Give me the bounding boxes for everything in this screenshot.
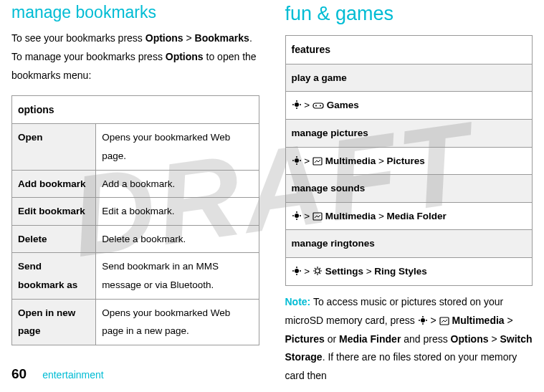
note-or: or xyxy=(325,333,339,345)
options-label: Options xyxy=(451,333,489,345)
feature-subhead: manage sounds xyxy=(285,175,533,203)
center-key-icon xyxy=(292,266,302,276)
svg-point-2 xyxy=(315,105,317,107)
pictures-label: Pictures xyxy=(387,156,425,166)
bookmarks-label: Bookmarks xyxy=(195,32,249,44)
option-desc: Opens your bookmarked Web page in a new … xyxy=(96,299,259,345)
table-row: > Settings > Ring Styles xyxy=(285,258,533,286)
note-gt: > xyxy=(428,315,439,326)
table-row: > Games xyxy=(285,92,533,120)
option-name: Add bookmark xyxy=(12,170,96,198)
option-name: Send bookmark as xyxy=(12,253,96,299)
option-desc: Send bookmark in an MMS message or via B… xyxy=(96,253,259,299)
intro-gt: > xyxy=(183,32,195,44)
feature-path: > Settings > Ring Styles xyxy=(285,258,533,286)
svg-point-10 xyxy=(421,318,425,322)
options-label: Options xyxy=(166,51,204,62)
games-icon xyxy=(312,101,324,110)
right-column: fun & games features play a game > Games… xyxy=(285,3,533,392)
pictures-label: Pictures xyxy=(285,333,325,345)
multimedia-icon xyxy=(312,157,323,166)
svg-point-6 xyxy=(295,214,299,218)
option-name: Open in new page xyxy=(12,299,96,345)
option-name: Open xyxy=(12,124,96,170)
center-key-icon xyxy=(292,156,302,166)
table-row: Open Opens your bookmarked Web page. xyxy=(12,124,259,170)
options-label: Options xyxy=(145,32,183,44)
table-row: Edit bookmark Edit a bookmark. xyxy=(12,198,259,226)
feature-subhead: play a game xyxy=(285,64,533,92)
svg-point-3 xyxy=(320,105,321,107)
features-table: features play a game > Games manage pict… xyxy=(285,35,533,286)
option-desc: Delete a bookmark. xyxy=(96,225,259,253)
feature-subhead: manage ringtones xyxy=(285,230,533,258)
table-row: manage sounds xyxy=(285,175,533,203)
options-header: options xyxy=(12,95,259,124)
footer-section-label: entertainment xyxy=(42,369,104,381)
feature-path: > Multimedia > Media Folder xyxy=(285,202,533,230)
table-row: Open in new page Opens your bookmarked W… xyxy=(12,299,259,345)
table-row: play a game xyxy=(285,64,533,92)
option-name: Delete xyxy=(12,225,96,253)
games-label: Games xyxy=(327,100,359,110)
note-and: and press xyxy=(401,333,450,345)
option-desc: Opens your bookmarked Web page. xyxy=(96,124,259,170)
settings-icon xyxy=(312,266,323,276)
note-gt: > xyxy=(505,315,513,326)
table-row: manage pictures xyxy=(285,119,533,147)
option-desc: Edit a bookmark. xyxy=(96,198,259,226)
note-paragraph: Note: To access music or pictures stored… xyxy=(285,293,533,386)
multimedia-label: Multimedia xyxy=(325,156,376,166)
ring-styles-label: Ring Styles xyxy=(374,266,427,277)
center-key-icon xyxy=(418,315,428,325)
center-key-icon xyxy=(292,211,302,221)
manage-bookmarks-heading: manage bookmarks xyxy=(11,3,259,22)
svg-point-0 xyxy=(295,102,299,107)
multimedia-icon xyxy=(439,317,449,325)
multimedia-label: Multimedia xyxy=(452,315,505,326)
table-row: Add bookmark Add a bookmark. xyxy=(12,170,259,198)
svg-point-8 xyxy=(295,269,299,273)
svg-rect-1 xyxy=(313,103,323,108)
feature-path: > Multimedia > Pictures xyxy=(285,147,533,175)
bookmarks-intro: To see your bookmarks press Options > Bo… xyxy=(11,29,259,85)
table-row: manage ringtones xyxy=(285,230,533,258)
page-number: 60 xyxy=(11,366,27,382)
table-header-row: features xyxy=(285,36,533,64)
page-columns: manage bookmarks To see your bookmarks p… xyxy=(0,0,544,392)
center-key-icon xyxy=(292,100,302,110)
footer: 60 entertainment xyxy=(11,366,104,382)
table-row: > Multimedia > Media Folder xyxy=(285,202,533,230)
settings-label: Settings xyxy=(325,266,363,277)
features-header: features xyxy=(285,36,533,64)
options-table: options Open Opens your bookmarked Web p… xyxy=(11,95,259,345)
multimedia-label: Multimedia xyxy=(325,211,376,221)
table-row: Delete Delete a bookmark. xyxy=(12,225,259,253)
feature-path: > Games xyxy=(285,92,533,120)
intro-text: To see your bookmarks press xyxy=(11,32,145,44)
svg-point-9 xyxy=(315,269,320,273)
media-finder-label: Media Finder xyxy=(339,333,401,345)
table-row: Send bookmark as Send bookmark in an MMS… xyxy=(12,253,259,299)
media-folder-label: Media Folder xyxy=(387,211,447,221)
fun-games-heading: fun & games xyxy=(285,3,533,25)
svg-point-4 xyxy=(295,158,299,163)
option-desc: Add a bookmark. xyxy=(96,170,259,198)
feature-subhead: manage pictures xyxy=(285,119,533,147)
note-label: Note: xyxy=(285,296,311,307)
left-column: manage bookmarks To see your bookmarks p… xyxy=(11,3,259,392)
table-row: > Multimedia > Pictures xyxy=(285,147,533,175)
note-gt: > xyxy=(489,333,500,345)
option-name: Edit bookmark xyxy=(12,198,96,226)
multimedia-icon xyxy=(312,212,323,221)
table-header-row: options xyxy=(12,95,259,124)
